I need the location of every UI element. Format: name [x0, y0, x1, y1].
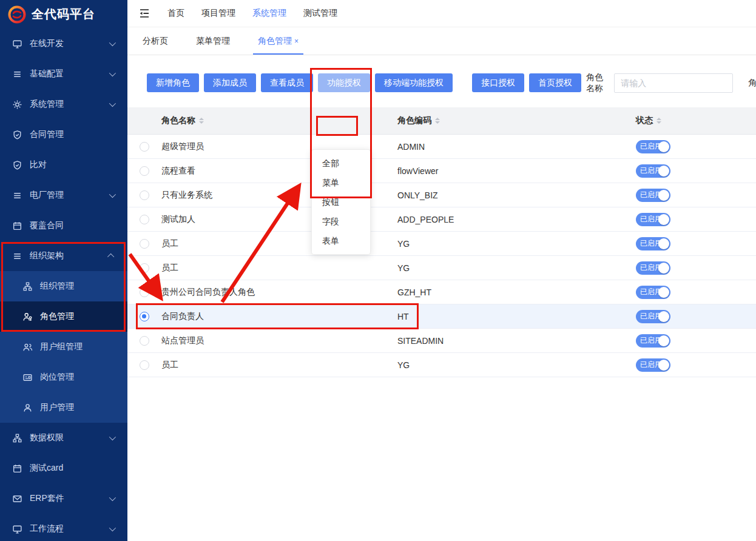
logo-icon — [8, 5, 26, 24]
chevron-down-icon — [109, 39, 116, 46]
sort-icon[interactable] — [199, 118, 204, 124]
table-row[interactable]: 只有业务系统ONLY_BIZ已启用 — [127, 183, 756, 207]
top-navbar: 首页 项目管理 系统管理 测试管理 — [127, 0, 756, 27]
calendar-icon — [12, 463, 22, 474]
sidebar-item-usergroup-mgmt[interactable]: 用户组管理 — [0, 332, 127, 362]
monitor-icon — [12, 524, 22, 534]
table-row[interactable]: 流程查看flowViewer已启用 — [127, 159, 756, 183]
status-toggle[interactable]: 已启用 — [636, 237, 670, 250]
tab-menu-mgmt[interactable]: 菜单管理 — [196, 27, 230, 55]
sidebar-item-org-structure[interactable]: 组织架构 — [0, 241, 127, 271]
table-row[interactable]: 员工YG已启用 — [127, 232, 756, 256]
badge-icon — [12, 130, 22, 140]
role-table: 角色名称 角色编码 状态 超级管理员ADMIN已启用 流程查看flowViewe… — [127, 107, 756, 377]
table-row[interactable]: 站点管理员SITEADMIN已启用 — [127, 329, 756, 353]
dropdown-item-all[interactable]: 全部 — [312, 153, 370, 173]
sidebar-item-data-permission[interactable]: 数据权限 — [0, 423, 127, 453]
row-radio[interactable] — [140, 166, 149, 176]
sidebar-item-post-mgmt[interactable]: 岗位管理 — [0, 362, 127, 392]
table-row[interactable]: 员工YG已启用 — [127, 353, 756, 377]
row-radio[interactable] — [140, 360, 149, 370]
status-toggle[interactable]: 已启用 — [636, 358, 670, 372]
chevron-down-icon — [109, 434, 116, 440]
role-name-filter: 角色名称 — [586, 72, 733, 94]
table-row[interactable]: 超级管理员ADMIN已启用 — [127, 135, 756, 159]
nav-project-mgmt[interactable]: 项目管理 — [201, 8, 235, 19]
row-radio[interactable] — [140, 215, 149, 224]
status-toggle[interactable]: 已启用 — [636, 164, 670, 178]
row-radio[interactable] — [140, 287, 149, 297]
api-auth-button[interactable]: 接口授权 — [472, 73, 524, 92]
add-member-button[interactable]: 添加成员 — [204, 73, 256, 92]
sidebar-item-base-config[interactable]: 基础配置 — [0, 59, 127, 89]
toolbar: 新增角色 添加成员 查看成员 功能授权 移动端功能授权 接口授权 首页授权 角色… — [127, 73, 756, 92]
table-row[interactable]: 贵州公司合同负责人角色GZH_HT已启用 — [127, 280, 756, 304]
sidebar-item-compare[interactable]: 比对 — [0, 150, 127, 180]
dropdown-item-form[interactable]: 表单 — [312, 231, 370, 250]
row-radio[interactable] — [140, 142, 149, 152]
tab-role-mgmt[interactable]: 角色管理× — [258, 27, 299, 55]
sidebar-item-role-mgmt[interactable]: 角色管理 — [0, 301, 127, 332]
mobile-function-auth-button[interactable]: 移动端功能授权 — [375, 73, 453, 92]
role-name-input[interactable] — [614, 73, 733, 93]
status-toggle[interactable]: 已启用 — [636, 334, 670, 348]
logo: 全代码平台 — [0, 0, 127, 29]
sidebar-item-plant-mgmt[interactable]: 电厂管理 — [0, 180, 127, 210]
table-row-selected[interactable]: 合同负责人HT已启用 — [127, 304, 756, 329]
add-role-button[interactable]: 新增角色 — [147, 73, 199, 92]
chevron-up-icon — [107, 254, 114, 260]
table-row[interactable]: 测试加人ADD_PEOPLE已启用 — [127, 207, 756, 232]
status-toggle[interactable]: 已启用 — [636, 261, 670, 275]
dropdown-item-button[interactable]: 按钮 — [312, 192, 370, 212]
function-auth-button[interactable]: 功能授权 — [318, 73, 370, 92]
sort-icon[interactable] — [656, 118, 661, 124]
sidebar-item-user-mgmt[interactable]: 用户管理 — [0, 392, 127, 423]
status-toggle[interactable]: 已启用 — [636, 286, 670, 299]
role-code-label-partial: 角 — [748, 78, 756, 89]
status-toggle[interactable]: 已启用 — [636, 310, 670, 323]
menu-fold-icon[interactable] — [138, 7, 150, 19]
row-radio[interactable] — [140, 239, 149, 249]
column-status[interactable]: 状态 — [636, 115, 756, 126]
row-radio[interactable] — [140, 263, 149, 273]
column-role-name[interactable]: 角色名称 — [161, 115, 397, 126]
sidebar-item-cover-contract[interactable]: 覆盖合同 — [0, 210, 127, 241]
row-radio[interactable] — [140, 190, 149, 200]
id-card-icon — [22, 372, 33, 383]
table-row[interactable]: 员工YG已启用 — [127, 256, 756, 280]
nav-system-mgmt[interactable]: 系统管理 — [252, 8, 286, 19]
sort-icon[interactable] — [435, 118, 440, 124]
page-tabs: 分析页 菜单管理 角色管理× — [127, 27, 756, 55]
dropdown-item-menu[interactable]: 菜单 — [312, 173, 370, 192]
sidebar-item-system-mgmt[interactable]: 系统管理 — [0, 89, 127, 119]
mail-icon — [12, 494, 22, 504]
home-auth-button[interactable]: 首页授权 — [529, 73, 581, 92]
column-role-code[interactable]: 角色编码 — [397, 115, 636, 126]
badge-icon — [12, 160, 22, 170]
sidebar-item-workflow[interactable]: 工作流程 — [0, 514, 127, 541]
status-toggle[interactable]: 已启用 — [636, 140, 670, 153]
sidebar-item-contract-mgmt[interactable]: 合同管理 — [0, 119, 127, 150]
chevron-down-icon — [109, 100, 116, 107]
sidebar-item-erp-suite[interactable]: ERP套件 — [0, 483, 127, 514]
calendar-icon — [12, 221, 22, 231]
gear-icon — [12, 99, 22, 110]
view-member-button[interactable]: 查看成员 — [261, 73, 313, 92]
nav-home[interactable]: 首页 — [167, 8, 184, 19]
tab-close-icon[interactable]: × — [294, 37, 299, 45]
app-title: 全代码平台 — [32, 6, 95, 22]
tab-analysis[interactable]: 分析页 — [143, 27, 168, 55]
status-toggle[interactable]: 已启用 — [636, 213, 670, 226]
sidebar-item-org-mgmt[interactable]: 组织管理 — [0, 271, 127, 301]
dropdown-item-field[interactable]: 字段 — [312, 212, 370, 231]
row-radio-checked[interactable] — [140, 312, 149, 321]
user-group-icon — [22, 342, 33, 352]
row-radio[interactable] — [140, 336, 149, 346]
nav-test-mgmt[interactable]: 测试管理 — [303, 8, 337, 19]
sidebar-item-test-card[interactable]: 测试card — [0, 453, 127, 483]
chevron-down-icon — [109, 191, 116, 198]
sidebar-menu: 在线开发 基础配置 系统管理 合同管理 比对 电厂管理 覆盖合同 组织架构 组织… — [0, 29, 127, 541]
chevron-down-icon — [109, 494, 116, 501]
status-toggle[interactable]: 已启用 — [636, 189, 670, 202]
sidebar-item-online-dev[interactable]: 在线开发 — [0, 29, 127, 59]
